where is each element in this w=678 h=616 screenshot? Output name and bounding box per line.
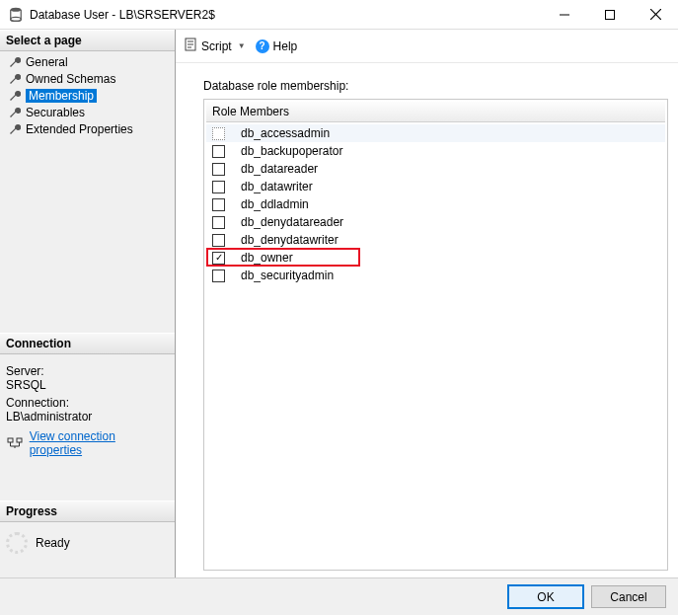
- role-label: db_denydatawriter: [241, 233, 339, 247]
- role-row[interactable]: db_datareader: [206, 160, 665, 178]
- role-row[interactable]: db_accessadmin: [206, 124, 665, 142]
- dialog-footer: OK Cancel: [0, 578, 678, 615]
- progress-text: Ready: [36, 536, 70, 550]
- progress-panel: Ready: [0, 522, 175, 564]
- connection-label: Connection:: [6, 396, 169, 410]
- role-list: db_accessadmindb_backupoperatordb_datare…: [204, 122, 667, 286]
- role-label: db_datawriter: [241, 180, 313, 193]
- select-page-header: Select a page: [0, 30, 175, 51]
- sidebar-item-label: Securables: [26, 106, 85, 119]
- role-checkbox[interactable]: [212, 216, 225, 229]
- role-checkbox[interactable]: [212, 163, 225, 176]
- database-icon: [8, 6, 24, 24]
- sidebar-item-general[interactable]: General: [0, 53, 175, 70]
- wrench-icon: [8, 107, 22, 118]
- wrench-icon: [8, 56, 22, 68]
- role-row[interactable]: db_ddladmin: [206, 195, 665, 213]
- progress-spinner-icon: [6, 532, 28, 554]
- ok-button[interactable]: OK: [508, 585, 583, 608]
- connection-panel: Server: SRSQL Connection: LB\administrat…: [0, 354, 175, 461]
- svg-rect-6: [8, 438, 13, 442]
- sidebar: Select a page GeneralOwned SchemasMember…: [0, 30, 176, 578]
- role-label: db_denydatareader: [241, 215, 343, 229]
- script-icon: [184, 38, 197, 54]
- svg-rect-3: [606, 10, 615, 19]
- script-button[interactable]: Script ▼: [184, 38, 246, 54]
- help-label: Help: [273, 39, 298, 53]
- role-label: db_backupoperator: [241, 144, 342, 158]
- role-checkbox[interactable]: [212, 181, 225, 193]
- help-button[interactable]: ? Help: [256, 39, 298, 53]
- svg-point-1: [11, 17, 22, 21]
- network-icon: [6, 437, 24, 449]
- role-label: db_owner: [241, 251, 293, 265]
- close-button[interactable]: [633, 0, 678, 30]
- role-label: db_datareader: [241, 162, 318, 176]
- svg-point-0: [11, 7, 22, 11]
- role-checkbox[interactable]: [212, 198, 225, 211]
- server-value: SRSQL: [6, 378, 169, 392]
- progress-header: Progress: [0, 500, 175, 522]
- role-row[interactable]: ✓db_owner: [206, 249, 665, 267]
- cancel-button[interactable]: Cancel: [591, 585, 666, 608]
- role-label: db_accessadmin: [241, 126, 330, 140]
- sidebar-item-owned-schemas[interactable]: Owned Schemas: [0, 70, 175, 87]
- minimize-button[interactable]: [542, 0, 587, 30]
- connection-value: LB\administrator: [6, 410, 169, 424]
- toolbar: Script ▼ ? Help: [176, 30, 678, 63]
- sidebar-item-label: General: [26, 55, 68, 69]
- script-label: Script: [201, 39, 232, 53]
- wrench-icon: [8, 73, 22, 85]
- view-connection-properties-link[interactable]: View connection properties: [30, 429, 169, 457]
- role-checkbox[interactable]: [212, 234, 225, 247]
- role-members-header: Role Members: [206, 102, 665, 122]
- connection-header: Connection: [0, 333, 175, 354]
- svg-line-5: [650, 9, 661, 20]
- role-label: db_ddladmin: [241, 197, 309, 211]
- sidebar-item-extended-properties[interactable]: Extended Properties: [0, 120, 175, 137]
- ok-label: OK: [537, 590, 554, 604]
- role-checkbox[interactable]: ✓: [212, 252, 225, 265]
- role-row[interactable]: db_denydatawriter: [206, 231, 665, 249]
- window-title: Database User - LB\SRSERVER2$: [30, 8, 542, 22]
- sidebar-item-label: Owned Schemas: [26, 72, 115, 86]
- sidebar-item-membership[interactable]: Membership: [0, 87, 175, 104]
- title-bar: Database User - LB\SRSERVER2$: [0, 0, 678, 30]
- sidebar-item-label: Extended Properties: [26, 122, 133, 136]
- role-row[interactable]: db_denydatareader: [206, 213, 665, 231]
- role-row[interactable]: db_backupoperator: [206, 142, 665, 160]
- role-row[interactable]: db_securityadmin: [206, 267, 665, 284]
- group-label: Database role membership:: [197, 75, 668, 93]
- wrench-icon: [8, 123, 22, 135]
- role-checkbox[interactable]: [212, 145, 225, 158]
- role-checkbox[interactable]: [212, 127, 225, 140]
- role-label: db_securityadmin: [241, 269, 334, 282]
- content-area: Script ▼ ? Help Database role membership…: [176, 30, 678, 578]
- sidebar-item-label: Membership: [26, 89, 97, 103]
- svg-line-4: [650, 9, 661, 20]
- sidebar-item-securables[interactable]: Securables: [0, 104, 175, 120]
- role-row[interactable]: db_datawriter: [206, 178, 665, 195]
- svg-rect-7: [17, 438, 22, 442]
- chevron-down-icon: ▼: [238, 41, 246, 50]
- maximize-button[interactable]: [587, 0, 633, 30]
- role-membership-group: Role Members db_accessadmindb_backupoper…: [203, 99, 668, 571]
- server-label: Server:: [6, 364, 169, 378]
- role-checkbox[interactable]: [212, 270, 225, 282]
- help-icon: ?: [256, 39, 269, 53]
- wrench-icon: [8, 90, 22, 102]
- cancel-label: Cancel: [610, 590, 646, 604]
